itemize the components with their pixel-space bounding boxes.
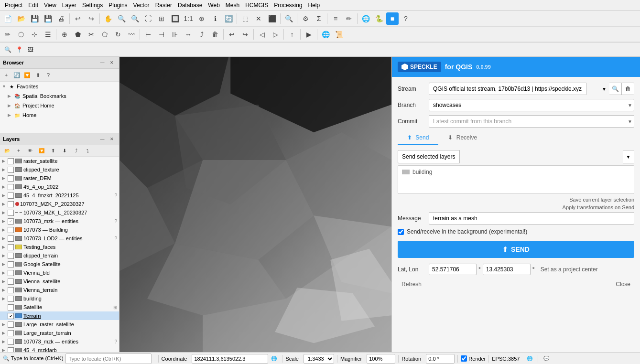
- redo-edit-btn[interactable]: ↪: [239, 28, 251, 41]
- layer-expand-13[interactable]: ▶: [2, 270, 7, 275]
- scale-select[interactable]: 1:3433: [304, 354, 334, 364]
- undo-edit-btn[interactable]: ↩: [226, 28, 238, 41]
- layer-expand-9[interactable]: ▶: [2, 236, 7, 241]
- layer-check-22[interactable]: [8, 347, 14, 353]
- layer-107073-lod2[interactable]: ▶ 107073_LOD2 — entities ?: [0, 234, 119, 243]
- layer-107073-mzk-p[interactable]: ▶ 107073_MZK_P_20230327: [0, 200, 119, 208]
- zoom-out-btn[interactable]: 🔍: [129, 12, 141, 25]
- zoom-layer-btn[interactable]: ⊞: [155, 12, 168, 25]
- layer-45-4-mzkfarb[interactable]: ▶ 45_4_mzkfarb: [0, 346, 119, 352]
- branch-select[interactable]: showcases: [429, 99, 634, 111]
- rotate-btn[interactable]: ↻: [112, 28, 124, 41]
- layer-check-4[interactable]: [8, 193, 14, 199]
- zoom-native-btn[interactable]: 1:1: [182, 12, 195, 25]
- background-checkbox[interactable]: [398, 229, 404, 235]
- rotation-input[interactable]: [426, 354, 455, 364]
- layer-check-2[interactable]: [8, 175, 14, 182]
- commit-select[interactable]: Latest commit from this branch: [429, 115, 634, 128]
- menu-settings[interactable]: Settings: [79, 1, 106, 10]
- layer-expand-8[interactable]: ▶: [2, 227, 7, 232]
- copy-move-btn[interactable]: ⤴: [195, 28, 208, 41]
- layer-107073-building[interactable]: ▶ 107073 — Building: [0, 225, 119, 234]
- tab-receive[interactable]: ⬇ Receive: [438, 131, 487, 145]
- layer-expand-1[interactable]: ▶: [2, 167, 7, 172]
- split-btn[interactable]: ⊢: [142, 28, 154, 41]
- layer-check-8[interactable]: [8, 227, 14, 233]
- menu-hcmgis[interactable]: HCMGIS: [242, 1, 271, 10]
- layer-check-6[interactable]: [8, 210, 14, 216]
- stream-select[interactable]: QGIS official test stream, 17b0b76d13 | …: [429, 83, 586, 95]
- sum-btn[interactable]: Σ: [313, 12, 325, 25]
- apply-transformations-link[interactable]: Apply transformations on Send: [563, 204, 634, 210]
- blue-btn[interactable]: ■: [386, 12, 399, 25]
- layer-check-12[interactable]: [8, 261, 14, 268]
- browser-spatial-bookmarks[interactable]: ▶ 📚 Spatial Bookmarks: [0, 91, 119, 101]
- layer-expand-7[interactable]: ▶: [2, 219, 7, 224]
- redo-btn[interactable]: ↪: [85, 12, 98, 25]
- layer-check-5[interactable]: [8, 201, 14, 207]
- layer-expand-0[interactable]: ▶: [2, 159, 7, 163]
- layer-expand-2[interactable]: ▶: [2, 176, 7, 181]
- coordinate-input[interactable]: [192, 354, 268, 364]
- qgis2-btn[interactable]: 🌐: [319, 28, 332, 41]
- favorites-expand[interactable]: ▼: [2, 84, 7, 89]
- send-button[interactable]: ⬆ SEND: [398, 241, 634, 258]
- help-btn[interactable]: ?: [400, 12, 412, 25]
- send-layers-select[interactable]: Send selected layers: [398, 150, 460, 163]
- invert-sel-btn[interactable]: ⬛: [266, 12, 278, 25]
- layer-satellite[interactable]: Satellite ⊞: [0, 303, 119, 311]
- select-feature-btn[interactable]: ⬚: [239, 12, 251, 25]
- layers-open-btn[interactable]: 📂: [2, 146, 12, 156]
- simplify-btn[interactable]: 〰: [125, 28, 138, 41]
- script-btn[interactable]: 📜: [333, 28, 345, 41]
- layer-clipped-terrain[interactable]: ▶ clipped_terrain: [0, 251, 119, 260]
- message-input[interactable]: [429, 212, 634, 225]
- layer-check-3[interactable]: [8, 184, 14, 190]
- layer-check-17[interactable]: [8, 304, 14, 310]
- digitize-btn[interactable]: ✏: [343, 12, 355, 25]
- menu-web[interactable]: Web: [205, 1, 222, 10]
- locate-btn2[interactable]: 📍: [14, 44, 24, 55]
- tab-send[interactable]: ⬆ Send: [398, 131, 438, 145]
- zoom-in-btn[interactable]: 🔍: [115, 12, 128, 25]
- layers-add-btn[interactable]: +: [14, 146, 23, 156]
- browser-favorites[interactable]: ▼ ★ Favorites: [0, 82, 119, 91]
- send-layers-arrow[interactable]: ▼: [623, 150, 634, 163]
- stream-delete-btn[interactable]: 🗑: [622, 83, 634, 95]
- layer-expand-15[interactable]: ▶: [2, 288, 7, 292]
- menu-vector[interactable]: Vector: [130, 1, 152, 10]
- layer-large-raster-terrain[interactable]: ▶ Large_raster_terrain: [0, 329, 119, 337]
- vertex-btn[interactable]: ⊹: [28, 28, 41, 41]
- menu-database[interactable]: Database: [175, 1, 205, 10]
- layer-raster-satellite[interactable]: ▶ raster_satellite: [0, 157, 119, 165]
- locate-btn3[interactable]: 🖼: [25, 44, 36, 55]
- scissors-btn[interactable]: ✂: [85, 28, 98, 41]
- browser-add-btn[interactable]: +: [1, 70, 11, 80]
- layers-remove-btn[interactable]: 👁: [25, 146, 35, 156]
- layer-raster-dem[interactable]: ▶ raster_DEM: [0, 174, 119, 182]
- pan-btn[interactable]: ✋: [102, 12, 114, 25]
- python-btn[interactable]: 🐍: [373, 12, 385, 25]
- pan-map-btn[interactable]: ⊕: [195, 12, 208, 25]
- layer-expand-16[interactable]: ▶: [2, 296, 7, 301]
- layer-check-7[interactable]: ✓: [8, 218, 14, 225]
- layer-107073-mzk-l[interactable]: ▶ 107073_MZK_L_20230327: [0, 208, 119, 217]
- layer-check-10[interactable]: [8, 244, 14, 250]
- layer-45-4-op[interactable]: ▶ 45_4_op_2022: [0, 182, 119, 191]
- locate-feature-btn[interactable]: 🔍: [2, 44, 13, 55]
- browser-filter-btn[interactable]: 🔽: [22, 70, 32, 80]
- menu-view[interactable]: View: [41, 1, 59, 10]
- settings-btn[interactable]: ⚙: [299, 12, 312, 25]
- add-feature-btn[interactable]: ⊕: [58, 28, 71, 41]
- layer-expand-10[interactable]: ▶: [2, 245, 7, 249]
- lat-input[interactable]: [429, 264, 477, 275]
- offset-btn[interactable]: ⊪: [169, 28, 181, 41]
- layer-expand-12[interactable]: ▶: [2, 262, 7, 267]
- layer-google-satellite[interactable]: ▶ Google Satellite: [0, 260, 119, 268]
- new-project-btn[interactable]: 📄: [1, 12, 14, 25]
- menu-layer[interactable]: Layer: [59, 1, 79, 10]
- close-button[interactable]: Close: [612, 279, 634, 289]
- layers-collapse-btn[interactable]: ⬇: [60, 146, 69, 156]
- menu-project[interactable]: Project: [2, 1, 25, 10]
- browser-toggle-btn[interactable]: —: [98, 59, 106, 66]
